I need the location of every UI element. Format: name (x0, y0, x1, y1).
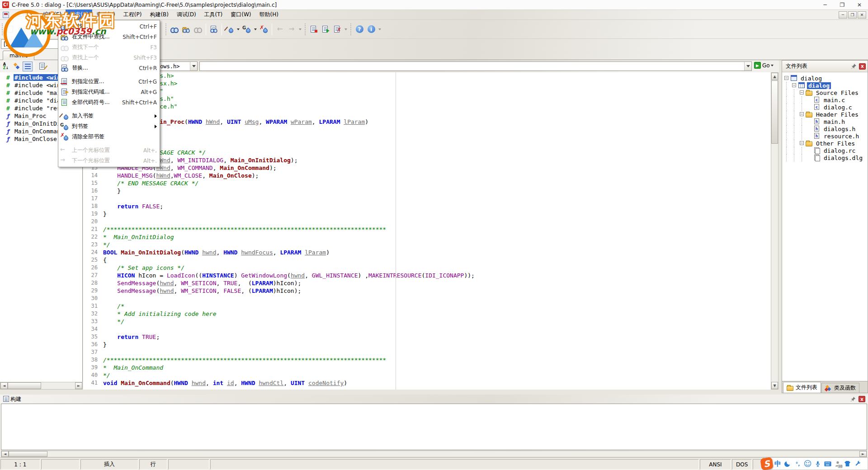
expander[interactable]: – (798, 89, 806, 96)
tree-item-main-h[interactable]: hmain.h (783, 118, 867, 125)
stop-build-button[interactable]: ✗ (331, 24, 343, 35)
find-next-button[interactable] (192, 24, 204, 35)
run-button[interactable] (320, 24, 331, 35)
panel-close-button[interactable]: x (859, 63, 866, 70)
expander[interactable]: – (798, 111, 806, 118)
symbol-combo-dropdown[interactable] (744, 62, 751, 70)
scrollbar-thumb[interactable] (9, 451, 47, 457)
scroll-right-arrow[interactable]: ► (75, 382, 82, 389)
sort-alpha-button[interactable]: AZ↓ (1, 61, 11, 71)
menu-item-6[interactable]: 到指定代码域...Alt+G (58, 87, 160, 97)
menu-查看V[interactable]: 查看(V) (92, 9, 119, 20)
sogou-logo-icon[interactable]: S (760, 457, 773, 470)
save-all-button[interactable] (46, 24, 57, 35)
about-button[interactable]: i (365, 24, 377, 35)
tree-item-resource-h[interactable]: hresource.h (783, 132, 867, 140)
menu-文件F[interactable]: 文件(F) (13, 9, 39, 20)
expander[interactable]: – (798, 140, 806, 147)
mdi-restore-button[interactable]: ❐ (848, 11, 857, 19)
bookmark-goto-button[interactable]: G (241, 24, 253, 35)
menu-工程P[interactable]: 工程(P) (119, 9, 146, 20)
tree-item-dialogs-dlg[interactable]: dialogs.dlg (783, 154, 867, 161)
tree-item-main-c[interactable]: cmain.c (783, 96, 867, 103)
build-panel-hscrollbar[interactable]: ◄ ► (1, 451, 867, 457)
tab-main-c[interactable]: main.c (3, 51, 34, 60)
sort-type-button[interactable] (12, 61, 22, 71)
menu-item-8[interactable]: 加入书签 (58, 111, 160, 121)
expander[interactable]: – (783, 75, 790, 82)
bookmark-add-button[interactable] (224, 24, 236, 35)
find-in-files-button[interactable] (180, 24, 192, 35)
scroll-left-arrow[interactable]: ◄ (0, 382, 8, 389)
forward-button[interactable]: → (286, 24, 297, 35)
scrollbar-thumb[interactable] (771, 80, 778, 144)
menu-item-5[interactable]: 到指定位置...Ctrl+G (58, 76, 160, 87)
bookmark-clear-button[interactable]: ✗ (258, 24, 270, 35)
pin-icon[interactable] (849, 395, 857, 403)
menu-item-10[interactable]: ✗清除全部书签 (58, 132, 160, 142)
help-dropdown-arrow[interactable] (378, 28, 381, 30)
open-file-button[interactable] (17, 24, 28, 35)
toolbox-icon[interactable] (853, 459, 862, 469)
toolbar-grip[interactable] (1, 24, 4, 35)
menu-item-4[interactable]: 替换...Ctrl+R (58, 63, 160, 73)
panel-close-button[interactable]: x (859, 396, 865, 402)
tree-item-dialog-rc[interactable]: dialog.rc (783, 147, 867, 154)
include-combo-dropdown[interactable] (190, 62, 197, 70)
save-button[interactable] (34, 24, 46, 35)
scroll-up-arrow[interactable]: ▲ (771, 73, 778, 80)
new-file-button[interactable] (5, 24, 17, 35)
maximize-button[interactable]: ❐ (834, 0, 851, 9)
menu-item-1[interactable]: 在文件中查找...Shift+Ctrl+F (58, 32, 160, 42)
night-mode-icon[interactable] (783, 459, 793, 469)
editor-vscrollbar[interactable]: ▲ ▼ (771, 72, 778, 390)
toolbar-grip[interactable] (350, 24, 352, 35)
pin-icon[interactable] (850, 63, 857, 70)
open-dropdown-arrow[interactable] (30, 28, 33, 30)
bookmark-add-dropdown-arrow[interactable] (237, 28, 240, 30)
replace-button[interactable] (208, 24, 220, 35)
punctuation-icon[interactable]: °, (793, 459, 802, 469)
navigate-dropdown-arrow[interactable] (299, 28, 302, 30)
collapse-icon[interactable]: – (800, 90, 804, 94)
collapse-icon[interactable]: – (800, 141, 804, 145)
tree-item-dialog[interactable]: –dialog (783, 75, 867, 82)
voice-input-icon[interactable] (813, 459, 822, 469)
list-view-button[interactable] (23, 61, 33, 71)
collapse-icon[interactable]: – (800, 112, 804, 116)
tree-item-Other-Files[interactable]: –Other Files (783, 140, 867, 147)
scroll-down-arrow[interactable]: ▼ (771, 382, 778, 389)
code-editor[interactable]: 1#include <windows.h>2#include <windowsx… (83, 72, 771, 390)
menu-工具T[interactable]: 工具(T) (200, 9, 227, 20)
goto-symbol-button[interactable]: ▶ Go (754, 62, 775, 69)
menu-item-9[interactable]: G到书签 (58, 121, 160, 132)
account-icon[interactable]: 10 (833, 459, 842, 469)
expander[interactable]: – (790, 82, 798, 89)
emoticon-icon[interactable]: ☺ (803, 459, 812, 469)
menu-编辑E[interactable]: 编辑(E) (39, 9, 66, 20)
collapse-icon[interactable]: – (784, 76, 788, 80)
tree-item-Header-Files[interactable]: –Header Files (783, 111, 867, 118)
scroll-left-arrow[interactable]: ◄ (1, 451, 9, 457)
tab-classes-functions[interactable]: 类及函数 (821, 383, 859, 393)
back-button[interactable]: ← (274, 24, 286, 35)
outline-button[interactable] (38, 61, 47, 71)
menu-窗口W[interactable]: 窗口(W) (226, 9, 255, 20)
soft-keyboard-icon[interactable] (823, 459, 832, 469)
tree-item-dialog[interactable]: –dialog (783, 82, 867, 89)
menu-搜索S[interactable]: 搜索(S) (66, 9, 92, 20)
tree-item-Source-Files[interactable]: –Source Files (783, 89, 867, 96)
help-button[interactable]: ? (354, 24, 365, 35)
menu-item-0[interactable]: 查找...Ctrl+F (58, 21, 160, 32)
collapse-icon[interactable]: – (792, 83, 796, 87)
tab-file-list[interactable]: 文件列表 (783, 382, 821, 393)
menu-构建B[interactable]: 构建(B) (146, 9, 173, 20)
mdi-minimize-button[interactable]: ─ (839, 11, 847, 19)
menu-帮助H[interactable]: 帮助(H) (255, 9, 283, 20)
compile-button[interactable] (308, 24, 320, 35)
toolbar-grip[interactable] (165, 24, 167, 35)
chinese-mode-icon[interactable]: 中 (773, 459, 783, 469)
toolbar-grip[interactable] (304, 24, 307, 35)
symbols-panel-hscrollbar[interactable]: ◄ ► (0, 382, 83, 390)
skin-icon[interactable] (843, 459, 852, 469)
